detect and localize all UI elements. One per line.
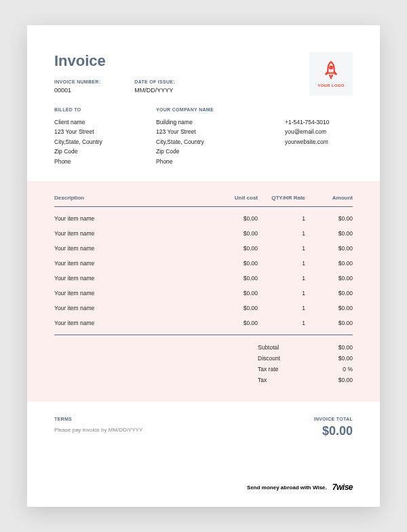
billed-to-line: City,State, Country: [54, 137, 122, 147]
items-body: Your item name$0.001$0.00Your item name$…: [54, 211, 353, 330]
item-unit: $0.00: [210, 215, 258, 222]
item-unit: $0.00: [210, 320, 258, 326]
table-row: Your item name$0.001$0.00: [54, 271, 353, 286]
line-items-section: Description Unit cost QTY/HR Rate Amount…: [27, 181, 380, 402]
item-desc: Your item name: [54, 275, 210, 282]
company-line: Building name: [156, 117, 224, 127]
item-amount: $0.00: [305, 305, 353, 311]
item-desc: Your item name: [54, 230, 210, 237]
invoice-total-value: $0.00: [314, 424, 353, 438]
terms-text: Please pay invoice by MM/DD/YYYY: [54, 427, 142, 433]
contact-line: yourwebsite.com: [285, 137, 353, 147]
tax-label: Tax: [258, 377, 305, 383]
contact-line: you@email.com: [285, 127, 353, 136]
item-amount: $0.00: [305, 215, 353, 222]
discount-value: $0.00: [305, 355, 353, 362]
discount-label: Discount: [258, 355, 305, 362]
invoice-total-label: INVOICE TOTAL: [314, 417, 353, 421]
page-title: Invoice: [54, 52, 175, 70]
subtotal-value: $0.00: [305, 344, 353, 351]
item-unit: $0.00: [210, 305, 258, 311]
col-description: Description: [54, 195, 210, 201]
company-col: YOUR COMPANY NAME Building name 123 Your…: [156, 107, 224, 166]
item-unit: $0.00: [210, 230, 258, 237]
billed-to-line: 123 Your Street: [54, 127, 122, 136]
item-desc: Your item name: [54, 305, 210, 311]
header-left: Invoice INVOICE NUMBER: 00001 DATE OF IS…: [54, 52, 175, 107]
item-amount: $0.00: [305, 230, 353, 237]
item-qty: 1: [258, 305, 305, 311]
items-divider: [54, 335, 353, 335]
col-unit-cost: Unit cost: [210, 195, 258, 201]
invoice-page: Invoice INVOICE NUMBER: 00001 DATE OF IS…: [27, 25, 380, 507]
item-amount: $0.00: [305, 290, 353, 297]
invoice-number-label: INVOICE NUMBER:: [54, 79, 100, 84]
col-qty: QTY/HR Rate: [258, 195, 305, 201]
date-issue-label: DATE OF ISSUE:: [134, 79, 175, 84]
table-row: Your item name$0.001$0.00: [54, 316, 353, 330]
tax-value: $0.00: [305, 377, 353, 383]
invoice-number-block: INVOICE NUMBER: 00001: [54, 79, 100, 94]
item-desc: Your item name: [54, 290, 210, 297]
item-qty: 1: [258, 275, 305, 282]
taxrate-row: Tax rate 0 %: [54, 364, 353, 375]
item-unit: $0.00: [210, 275, 258, 282]
item-desc: Your item name: [54, 215, 210, 222]
rocket-icon: [322, 60, 341, 81]
terms-label: TERMS: [54, 417, 142, 421]
svg-point-0: [330, 66, 332, 69]
billed-to-line: Client name: [54, 117, 122, 127]
contact-spacer: [285, 107, 353, 112]
item-qty: 1: [258, 215, 305, 222]
col-amount: Amount: [305, 195, 353, 201]
date-issue-value: MM/DD/YYYY: [134, 87, 175, 94]
table-row: Your item name$0.001$0.00: [54, 256, 353, 271]
item-unit: $0.00: [210, 290, 258, 297]
item-amount: $0.00: [305, 260, 353, 267]
item-amount: $0.00: [305, 245, 353, 252]
item-unit: $0.00: [210, 245, 258, 252]
billed-to-col: BILLED TO Client name 123 Your Street Ci…: [54, 107, 122, 166]
item-desc: Your item name: [54, 245, 210, 252]
item-qty: 1: [258, 320, 305, 326]
taxrate-value: 0 %: [305, 366, 353, 373]
item-unit: $0.00: [210, 260, 258, 267]
table-row: Your item name$0.001$0.00: [54, 241, 353, 256]
contact-line: +1-541-754-3010: [285, 117, 353, 127]
tax-row: Tax $0.00: [54, 375, 353, 385]
item-amount: $0.00: [305, 320, 353, 326]
wise-footer: Send money abroad with Wise. 7wise: [247, 482, 353, 492]
terms-block: TERMS Please pay invoice by MM/DD/YYYY: [54, 417, 142, 433]
billed-to-line: Phone: [54, 157, 122, 166]
item-qty: 1: [258, 230, 305, 237]
table-row: Your item name$0.001$0.00: [54, 211, 353, 226]
invoice-number-value: 00001: [54, 87, 100, 94]
meta-row: INVOICE NUMBER: 00001 DATE OF ISSUE: MM/…: [54, 79, 175, 94]
company-line: Phone: [156, 157, 224, 166]
taxrate-label: Tax rate: [258, 366, 305, 373]
wise-text: Send money abroad with Wise.: [247, 484, 327, 491]
company-label: YOUR COMPANY NAME: [156, 107, 224, 112]
table-row: Your item name$0.001$0.00: [54, 286, 353, 301]
subtotal-label: Subtotal: [258, 344, 305, 351]
item-desc: Your item name: [54, 320, 210, 326]
discount-row: Discount $0.00: [54, 353, 353, 364]
logo-text: YOUR LOGO: [317, 83, 344, 88]
footer-row: TERMS Please pay invoice by MM/DD/YYYY I…: [54, 417, 353, 438]
item-amount: $0.00: [305, 275, 353, 282]
table-row: Your item name$0.001$0.00: [54, 226, 353, 241]
info-columns: BILLED TO Client name 123 Your Street Ci…: [54, 107, 353, 166]
wise-logo: 7wise: [332, 482, 353, 492]
item-qty: 1: [258, 290, 305, 297]
company-line: 123 Your Street: [156, 127, 224, 136]
item-qty: 1: [258, 260, 305, 267]
items-header: Description Unit cost QTY/HR Rate Amount: [54, 195, 353, 207]
header: Invoice INVOICE NUMBER: 00001 DATE OF IS…: [54, 52, 353, 107]
logo-placeholder: YOUR LOGO: [309, 52, 353, 96]
table-row: Your item name$0.001$0.00: [54, 301, 353, 316]
item-desc: Your item name: [54, 260, 210, 267]
date-issue-block: DATE OF ISSUE: MM/DD/YYYY: [134, 79, 175, 94]
invoice-total-block: INVOICE TOTAL $0.00: [314, 417, 353, 438]
company-line: Zip Code: [156, 147, 224, 156]
item-qty: 1: [258, 245, 305, 252]
